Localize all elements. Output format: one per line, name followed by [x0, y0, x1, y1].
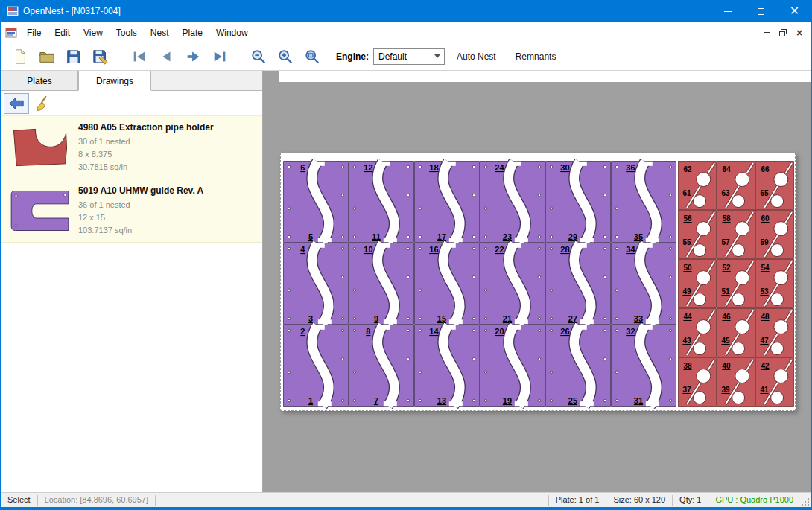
svg-text:56: 56 — [683, 214, 692, 223]
menu-view[interactable]: View — [77, 24, 110, 42]
svg-text:33: 33 — [634, 314, 643, 323]
purple-part-cell[interactable]: 1615 — [415, 243, 480, 325]
red-part-cell[interactable]: 4645 — [717, 309, 755, 357]
purple-part-cell[interactable]: 3433 — [612, 243, 676, 325]
purple-part-cell[interactable]: 1817 — [415, 162, 480, 243]
engine-dropdown[interactable]: Default — [373, 48, 445, 65]
remnants-button[interactable]: Remnants — [508, 47, 564, 66]
menu-window[interactable]: Window — [209, 24, 255, 42]
red-part-cell[interactable]: 4443 — [679, 309, 717, 357]
svg-text:50: 50 — [683, 264, 692, 272]
resize-grip[interactable] — [800, 495, 811, 507]
svg-text:31: 31 — [634, 396, 643, 405]
svg-text:7: 7 — [374, 396, 378, 405]
last-plate-button[interactable] — [209, 45, 231, 68]
purple-part-cell[interactable]: 2625 — [546, 325, 611, 407]
mdi-restore-button[interactable] — [775, 26, 791, 39]
clear-drawings-button[interactable] — [31, 93, 56, 114]
mdi-close-icon: × — [796, 28, 802, 38]
svg-text:17: 17 — [437, 232, 446, 241]
svg-text:60: 60 — [761, 214, 770, 223]
save-as-button[interactable] — [89, 45, 112, 68]
purple-part-cell[interactable]: 109 — [349, 243, 414, 325]
engine-label: Engine: — [336, 51, 369, 62]
purple-part-cell[interactable]: 1211 — [349, 162, 414, 243]
svg-text:5: 5 — [308, 232, 313, 241]
red-part-cell[interactable]: 4241 — [756, 358, 794, 407]
purple-part-cell[interactable]: 3029 — [546, 162, 611, 243]
open-button[interactable] — [36, 45, 58, 68]
part-thumbnail — [2, 187, 78, 235]
drawing-item-0[interactable]: 4980 A05 Extraction pipe holder 30 of 1 … — [1, 116, 262, 179]
red-part-cell[interactable]: 6665 — [756, 162, 794, 210]
purple-part-cell[interactable]: 43 — [284, 243, 349, 325]
red-part-cell[interactable]: 4847 — [756, 309, 794, 357]
purple-part-cell[interactable]: 2019 — [480, 325, 545, 407]
drawing-item-1[interactable]: 5019 A10 UHMW guide Rev. A 36 of 1 neste… — [1, 179, 262, 243]
next-plate-button[interactable] — [182, 45, 204, 68]
svg-text:64: 64 — [722, 165, 731, 173]
main-toolbar: Engine: Default Auto Nest Remnants — [1, 42, 811, 71]
purple-part-cell[interactable]: 87 — [349, 325, 414, 407]
svg-text:11: 11 — [372, 232, 381, 241]
red-part-cell[interactable]: 3837 — [679, 358, 717, 407]
svg-text:22: 22 — [495, 245, 504, 254]
close-icon: ✕ — [790, 5, 799, 17]
zoom-in-button[interactable] — [274, 45, 296, 68]
red-part-cell[interactable]: 5251 — [717, 260, 755, 308]
previous-plate-button[interactable] — [155, 45, 177, 68]
purple-part-cell[interactable]: 2221 — [480, 243, 545, 325]
import-drawing-button[interactable] — [4, 93, 29, 114]
minimize-button[interactable] — [711, 0, 744, 22]
purple-part-cell[interactable]: 2423 — [480, 162, 545, 243]
mdi-minimize-button[interactable] — [758, 26, 775, 39]
status-gpu: GPU : Quadro P1000 — [708, 493, 800, 507]
first-plate-button[interactable] — [128, 45, 150, 68]
svg-text:66: 66 — [761, 165, 770, 173]
uhmw-guide-shape — [11, 191, 69, 230]
svg-text:41: 41 — [760, 386, 769, 394]
menu-nest[interactable]: Nest — [144, 24, 176, 42]
red-part-cell[interactable]: 5655 — [679, 211, 717, 259]
red-part-cell[interactable]: 5453 — [756, 260, 794, 308]
red-part-cell[interactable]: 5049 — [679, 260, 717, 308]
maximize-button[interactable] — [744, 0, 778, 22]
svg-text:27: 27 — [568, 314, 577, 323]
purple-part-cell[interactable]: 3231 — [612, 325, 676, 407]
mdi-close-button[interactable]: × — [791, 26, 808, 39]
purple-part-cell[interactable]: 3635 — [612, 162, 676, 243]
zoom-fit-button[interactable] — [301, 45, 323, 68]
svg-text:1: 1 — [308, 396, 313, 405]
save-button[interactable] — [63, 45, 85, 68]
svg-text:61: 61 — [682, 189, 691, 197]
red-part-cell[interactable]: 6059 — [756, 211, 794, 259]
red-part-cell[interactable]: 6463 — [717, 162, 755, 210]
drawing-nested-count: 36 of 1 nested — [78, 199, 203, 211]
purple-part-cell[interactable]: 2827 — [546, 243, 611, 325]
nested-parts-svg[interactable]: 6512111817242330293635431091615222128273… — [281, 153, 795, 410]
minimize-icon — [724, 11, 732, 12]
menu-tools[interactable]: Tools — [110, 24, 144, 42]
new-button[interactable] — [9, 45, 31, 68]
red-part-cell[interactable]: 6261 — [679, 162, 717, 210]
menu-file[interactable]: File — [20, 24, 48, 42]
status-qty: Qty: 1 — [673, 493, 708, 507]
auto-nest-button[interactable]: Auto Nest — [449, 47, 504, 66]
svg-text:21: 21 — [503, 314, 512, 323]
tab-drawings[interactable]: Drawings — [78, 71, 151, 91]
red-part-cell[interactable]: 4039 — [717, 358, 755, 407]
purple-part-cell[interactable]: 1413 — [415, 325, 480, 407]
close-button[interactable]: ✕ — [778, 0, 811, 22]
red-part-cell[interactable]: 5857 — [717, 211, 755, 259]
svg-text:49: 49 — [682, 287, 691, 296]
menu-plate[interactable]: Plate — [176, 24, 209, 42]
svg-text:14: 14 — [429, 327, 439, 336]
zoom-out-button[interactable] — [247, 45, 270, 68]
broom-icon — [35, 95, 51, 112]
nest-canvas[interactable]: 6512111817242330293635431091615222128273… — [263, 71, 811, 492]
tab-plates[interactable]: Plates — [1, 71, 78, 90]
purple-part-cell[interactable]: 65 — [284, 162, 349, 243]
purple-part-cell[interactable]: 21 — [284, 325, 349, 407]
plate-sheet[interactable]: 6512111817242330293635431091615222128273… — [280, 153, 796, 411]
menu-edit[interactable]: Edit — [48, 24, 77, 42]
